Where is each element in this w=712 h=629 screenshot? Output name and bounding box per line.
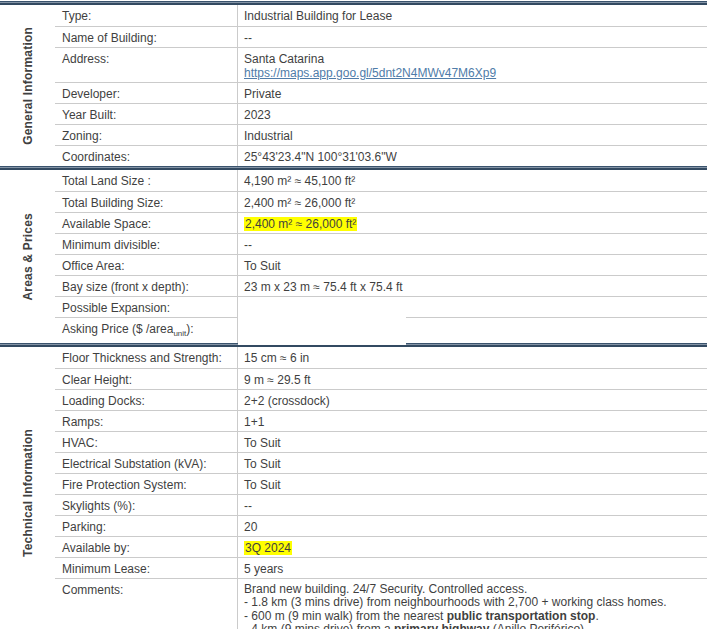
row-value: 2023: [237, 104, 707, 124]
value-text: 15 cm ≈ 6 in: [244, 351, 309, 365]
table-row: Coordinates: 25°43'23.4"N 100°31'03.6"W: [55, 145, 707, 166]
row-label: HVAC:: [55, 432, 237, 452]
value-line: 9 m ≈ 29.5 ft: [244, 373, 703, 387]
value-line: To Suit: [244, 457, 703, 471]
row-value: 2,400 m² ≈ 26,000 ft²: [237, 192, 707, 212]
row-label: Asking Price ($ /areaunit):: [55, 318, 237, 343]
value-text: 2+2 (crossdock): [244, 394, 330, 408]
value-text: To Suit: [244, 478, 281, 492]
value-line: Industrial: [244, 129, 703, 143]
value-text: To Suit: [244, 457, 281, 471]
table-row: HVAC: To Suit: [55, 431, 707, 452]
value-line: 5 years: [244, 562, 703, 576]
table-row: Year Built: 2023: [55, 103, 707, 124]
row-value: --: [237, 234, 707, 254]
label-text: Asking Price ($ /area: [62, 322, 173, 336]
highlighted-value: 3Q 2024: [244, 541, 292, 555]
comment-line: - 600 m (9 min walk) from the nearest pu…: [244, 610, 703, 623]
row-label: Total Building Size:: [55, 192, 237, 212]
comment-line: - 4 km (9 mins drive) from a primary hig…: [244, 623, 703, 629]
row-value: Private: [237, 83, 707, 103]
comment-text: - 4 km (9 mins drive) from a: [244, 622, 394, 629]
value-text: Santa Catarina: [244, 52, 324, 66]
row-value: 1+1: [237, 411, 707, 431]
value-line: 3Q 2024: [244, 541, 703, 555]
row-label: Electrical Substation (kVA):: [55, 453, 237, 473]
table-row: Total Building Size: 2,400 m² ≈ 26,000 f…: [55, 191, 707, 212]
value-line: 2023: [244, 108, 703, 122]
row-label: Loading Docks:: [55, 390, 237, 410]
row-value: 9 m ≈ 29.5 ft: [237, 369, 707, 389]
redacted-asking-price-area: [238, 305, 406, 345]
row-label: Parking:: [55, 516, 237, 536]
value-text: --: [244, 238, 252, 252]
value-line: 1+1: [244, 415, 703, 429]
comment-text: .: [595, 609, 598, 623]
section-rows: Floor Thickness and Strength: 15 cm ≈ 6 …: [55, 347, 707, 629]
row-value: 2+2 (crossdock): [237, 390, 707, 410]
row-label: Type:: [55, 5, 237, 26]
row-label: Coordinates:: [55, 146, 237, 166]
row-value: Industrial: [237, 125, 707, 145]
value-text: 2,400 m² ≈ 26,000 ft²: [244, 196, 355, 210]
table-row: Loading Docks: 2+2 (crossdock): [55, 389, 707, 410]
row-value: To Suit: [237, 255, 707, 275]
row-value: Brand new building. 24/7 Security. Contr…: [237, 579, 707, 629]
value-text: To Suit: [244, 259, 281, 273]
comment-text: - 600 m (9 min walk) from the nearest: [244, 609, 447, 623]
value-text: 1+1: [244, 415, 264, 429]
section-label-column: Areas & Prices: [0, 170, 55, 343]
value-line: --: [244, 31, 703, 45]
row-value: 4,190 m² ≈ 45,100 ft²: [237, 170, 707, 191]
section-rows: Type: Industrial Building for Lease Name…: [55, 5, 707, 166]
section-label: General Information: [21, 27, 35, 145]
row-label: Bay size (front x depth):: [55, 276, 237, 296]
table-row: Address: Santa Catarinahttps://maps.app.…: [55, 47, 707, 82]
label-subscript: unit: [173, 329, 186, 338]
value-line: --: [244, 499, 703, 513]
table-row: Available Space: 2,400 m² ≈ 26,000 ft²: [55, 212, 707, 233]
table-section: General Information Type: Industrial Bui…: [0, 5, 707, 166]
row-value: To Suit: [237, 432, 707, 452]
property-spec-sheet: General Information Type: Industrial Bui…: [0, 0, 712, 629]
comment-text: public transportation stop: [447, 609, 596, 623]
value-line: To Suit: [244, 436, 703, 450]
table-row: Minimum Lease: 5 years: [55, 557, 707, 578]
row-label: Clear Height:: [55, 369, 237, 389]
row-label: Comments:: [55, 579, 237, 629]
row-label: Skylights (%):: [55, 495, 237, 515]
highlighted-value: 2,400 m² ≈ 26,000 ft²: [244, 217, 357, 231]
table-row: Available by: 3Q 2024: [55, 536, 707, 557]
value-line: --: [244, 238, 703, 252]
value-line: 25°43'23.4"N 100°31'03.6"W: [244, 150, 703, 164]
row-label: Office Area:: [55, 255, 237, 275]
value-text: --: [244, 499, 252, 513]
row-value: Industrial Building for Lease: [237, 5, 707, 26]
row-value: --: [237, 27, 707, 47]
row-value: 23 m x 23 m ≈ 75.4 ft x 75.4 ft: [237, 276, 707, 296]
section-label: Technical Information: [21, 429, 35, 557]
comment-text: - 1.8 km (3 mins drive) from neighbourho…: [244, 595, 667, 609]
row-value: 15 cm ≈ 6 in: [237, 347, 707, 368]
row-label: Possible Expansion:: [55, 297, 237, 317]
row-value: Santa Catarinahttps://maps.app.goo.gl/5d…: [237, 48, 707, 82]
row-label: Minimum Lease:: [55, 558, 237, 578]
row-value: --: [237, 495, 707, 515]
value-text: 5 years: [244, 562, 283, 576]
value-text: Industrial Building for Lease: [244, 9, 392, 23]
value-line: Santa Catarina: [244, 52, 703, 66]
value-text: To Suit: [244, 436, 281, 450]
value-line: 23 m x 23 m ≈ 75.4 ft x 75.4 ft: [244, 280, 703, 294]
value-line: 2,400 m² ≈ 26,000 ft²: [244, 196, 703, 210]
row-value: 3Q 2024: [237, 537, 707, 557]
row-label: Zoning:: [55, 125, 237, 145]
table-row: Type: Industrial Building for Lease: [55, 5, 707, 26]
table-row: Floor Thickness and Strength: 15 cm ≈ 6 …: [55, 347, 707, 368]
value-text: 4,190 m² ≈ 45,100 ft²: [244, 174, 355, 188]
row-value: 2,400 m² ≈ 26,000 ft²: [237, 213, 707, 233]
maps-link[interactable]: https://maps.app.goo.gl/5dnt2N4MWv47M6Xp…: [244, 66, 496, 80]
comment-line: Brand new building. 24/7 Security. Contr…: [244, 583, 703, 596]
table-row: Name of Building: --: [55, 26, 707, 47]
value-line: Private: [244, 87, 703, 101]
table-row: Comments: Brand new building. 24/7 Secur…: [55, 578, 707, 629]
